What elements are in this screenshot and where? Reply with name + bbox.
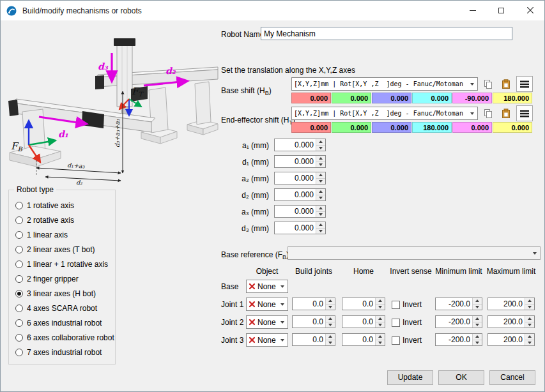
pose-value-cell[interactable]: -90.000 (452, 93, 492, 103)
spin-up-button[interactable] (326, 298, 335, 304)
spin-up-button[interactable] (316, 189, 325, 195)
robot-type-option-4[interactable]: 1 linear + 1 rotative axis (15, 259, 114, 269)
copy-pose-button[interactable] (480, 106, 495, 121)
spin-up-button[interactable] (316, 206, 325, 211)
a3-spinbox[interactable]: 0.000 (274, 205, 326, 218)
spin-up-button[interactable] (316, 156, 325, 162)
joint1-home-spinbox[interactable]: 0.0 (342, 298, 385, 310)
pose-value-cell[interactable]: 0.000 (372, 93, 411, 103)
robot-type-option-0[interactable]: 1 rotative axis (15, 200, 114, 211)
joint2-invert-checkbox[interactable]: Invert (392, 317, 422, 328)
spin-up-button[interactable] (326, 316, 335, 322)
spin-down-button[interactable] (316, 195, 325, 201)
update-button[interactable]: Update (387, 370, 433, 385)
pose-value-cell[interactable]: 0.000 (493, 122, 532, 133)
minimize-button[interactable] (458, 1, 487, 20)
tool-shift-preset-combo[interactable]: [X,Y,Z]mm | Rot[X,Y ,Z ]deg - Fanuc/Moto… (291, 107, 478, 120)
spin-down-button[interactable] (326, 340, 335, 346)
spin-up-button[interactable] (525, 316, 534, 322)
robot-name-input[interactable] (261, 27, 512, 40)
spin-up-button[interactable] (473, 298, 482, 304)
spin-down-button[interactable] (326, 322, 335, 328)
a1-spinbox[interactable]: 0.000 (274, 139, 326, 151)
tool-shift-menu-button[interactable] (516, 105, 533, 121)
paste-pose-button[interactable] (498, 106, 513, 121)
spin-down-button[interactable] (316, 228, 325, 234)
joint3-max-spinbox[interactable]: 200.0 (487, 333, 535, 346)
ok-button[interactable]: OK (438, 370, 484, 385)
spin-down-button[interactable] (525, 304, 534, 310)
spin-down-button[interactable] (473, 340, 482, 346)
copy-pose-button[interactable] (480, 77, 495, 91)
robot-type-option-3[interactable]: 2 linear axes (T bot) (15, 245, 114, 255)
d3-spinbox[interactable]: 0.000 (274, 222, 326, 234)
spin-down-button[interactable] (376, 340, 385, 346)
spin-up-button[interactable] (525, 298, 534, 304)
robot-type-option-6[interactable]: 3 linear axes (H bot) (15, 289, 114, 299)
d1-spinbox[interactable]: 0.000 (274, 155, 326, 168)
spin-up-button[interactable] (525, 334, 534, 340)
spin-down-button[interactable] (316, 162, 325, 168)
joint3-invert-checkbox[interactable]: Invert (392, 335, 422, 345)
spin-down-button[interactable] (525, 322, 534, 328)
joint3-home-spinbox[interactable]: 0.0 (342, 333, 385, 346)
joint1-object-combo[interactable]: None (246, 298, 288, 311)
pose-value-cell[interactable]: 0.000 (372, 122, 411, 133)
spin-down-button[interactable] (473, 322, 482, 328)
pose-value-cell[interactable]: 0.000 (332, 122, 371, 133)
spin-down-button[interactable] (525, 340, 534, 346)
base-shift-menu-button[interactable] (516, 76, 533, 92)
d2-spinbox[interactable]: 0.000 (274, 188, 326, 201)
robot-type-option-5[interactable]: 2 finger gripper (15, 274, 114, 284)
pose-value-cell[interactable]: 180.000 (412, 122, 452, 133)
joint2-max-spinbox[interactable]: 200.0 (487, 315, 535, 328)
spin-up-button[interactable] (376, 316, 385, 322)
joint1-build-spinbox[interactable]: 0.0 (292, 298, 335, 310)
spin-down-button[interactable] (316, 178, 325, 185)
robot-type-option-7[interactable]: 4 axes SCARA robot (15, 303, 114, 313)
joint3-min-spinbox[interactable]: -200.0 (435, 333, 482, 346)
spin-up-button[interactable] (376, 334, 385, 340)
base-reference-combo[interactable] (288, 246, 541, 260)
cancel-button[interactable]: Cancel (489, 370, 535, 385)
close-button[interactable] (516, 1, 544, 20)
paste-pose-button[interactable] (498, 77, 513, 91)
robot-type-option-8[interactable]: 6 axes industrial robot (15, 318, 114, 328)
joint3-object-combo[interactable]: None (246, 333, 288, 347)
robot-type-option-10[interactable]: 7 axes industrial robot (15, 347, 114, 358)
joint3-build-spinbox[interactable]: 0.0 (292, 333, 335, 346)
joint1-invert-checkbox[interactable]: Invert (392, 299, 422, 310)
pose-value-cell[interactable]: 0.000 (452, 122, 492, 133)
base-shift-preset-combo[interactable]: [X,Y,Z]mm | Rot[X,Y ,Z ]deg - Fanuc/Moto… (291, 77, 478, 91)
joint1-min-spinbox[interactable]: -200.0 (435, 298, 482, 310)
base-object-combo[interactable]: None (246, 280, 288, 293)
spin-up-button[interactable] (473, 334, 482, 340)
spin-down-button[interactable] (316, 145, 325, 151)
joint2-home-spinbox[interactable]: 0.0 (342, 315, 385, 328)
spin-down-button[interactable] (326, 304, 335, 310)
pose-value-cell[interactable]: 0.000 (412, 93, 452, 103)
spin-down-button[interactable] (473, 304, 482, 310)
pose-value-cell[interactable]: 0.000 (291, 93, 331, 103)
pose-value-cell[interactable]: 180.000 (493, 93, 532, 103)
maximize-button[interactable] (487, 1, 516, 20)
joint1-max-spinbox[interactable]: 200.0 (487, 298, 535, 310)
joint2-object-combo[interactable]: None (246, 315, 288, 329)
spin-up-button[interactable] (316, 172, 325, 178)
spin-down-button[interactable] (316, 211, 325, 218)
joint2-build-spinbox[interactable]: 0.0 (292, 315, 335, 328)
spin-up-button[interactable] (376, 298, 385, 304)
spin-up-button[interactable] (316, 139, 325, 145)
robot-type-option-2[interactable]: 1 linear axis (15, 230, 114, 240)
spin-down-button[interactable] (376, 304, 385, 310)
pose-value-cell[interactable]: 0.000 (332, 93, 371, 103)
joint2-min-spinbox[interactable]: -200.0 (435, 315, 482, 328)
spin-up-button[interactable] (326, 334, 335, 340)
a2-spinbox[interactable]: 0.000 (274, 172, 326, 185)
spin-down-button[interactable] (376, 322, 385, 328)
spin-up-button[interactable] (316, 222, 325, 228)
robot-type-option-1[interactable]: 2 rotative axis (15, 215, 114, 225)
spin-up-button[interactable] (473, 316, 482, 322)
robot-type-option-9[interactable]: 6 axes collaborative robot (15, 333, 114, 343)
pose-value-cell[interactable]: 0.000 (291, 122, 331, 133)
